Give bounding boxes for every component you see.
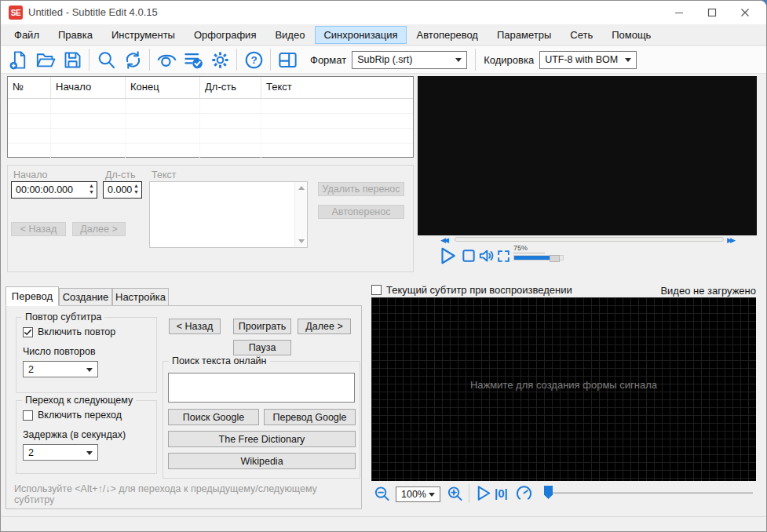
column-end[interactable]: Конец bbox=[126, 77, 200, 98]
delay-combo[interactable]: 2 bbox=[23, 444, 98, 461]
column-start[interactable]: Начало bbox=[51, 77, 126, 98]
layout-icon bbox=[277, 49, 298, 71]
minimize-button[interactable] bbox=[663, 1, 696, 24]
remove-line-break-button[interactable]: Удалить перенос bbox=[318, 182, 404, 196]
volume-slider[interactable] bbox=[513, 255, 564, 261]
waveform-zoom-value: 100% bbox=[401, 489, 426, 500]
wikipedia-button[interactable]: Wikipedia bbox=[168, 453, 356, 469]
video-mute-button[interactable] bbox=[478, 247, 495, 264]
previous-subtitle-button[interactable]: < Назад bbox=[11, 222, 66, 236]
layout-button[interactable] bbox=[274, 48, 301, 71]
subtitle-list[interactable]: № Начало Конец Дл-сть Текст bbox=[7, 76, 414, 158]
toolbar-separator bbox=[89, 49, 89, 71]
spell-check-button[interactable] bbox=[180, 48, 206, 71]
help-icon: ? bbox=[243, 49, 265, 71]
advance-group-title: Переход к следующему bbox=[22, 395, 136, 406]
table-row bbox=[8, 99, 413, 114]
column-text[interactable]: Текст bbox=[261, 77, 413, 98]
menu-bar: Файл Правка Инструменты Орфография Видео… bbox=[1, 24, 766, 46]
playback-speed-button[interactable] bbox=[515, 484, 533, 502]
waveform-zoom-combo[interactable]: 100% bbox=[396, 486, 440, 502]
start-time-spinner[interactable]: 00:00:00.000 ▲▼ bbox=[11, 181, 97, 199]
advance-groupbox: Переход к следующему Включить переход За… bbox=[16, 400, 157, 474]
open-file-button[interactable] bbox=[32, 48, 59, 71]
start-time-label: Начало bbox=[13, 169, 48, 180]
pause-button[interactable]: Пауза bbox=[233, 340, 291, 355]
tab-adjust[interactable]: Настройка bbox=[112, 288, 169, 306]
replace-button[interactable] bbox=[119, 48, 146, 71]
current-subtitle-checkbox[interactable] bbox=[371, 285, 382, 295]
repeat-groupbox: Повтор субтитра Включить повтор Число по… bbox=[16, 317, 157, 393]
video-seek-bar[interactable] bbox=[455, 237, 724, 242]
volume-thumb[interactable] bbox=[550, 255, 560, 262]
menu-autotranslate[interactable]: Автоперевод bbox=[408, 26, 487, 44]
video-display[interactable] bbox=[418, 76, 757, 235]
enable-repeat-checkbox[interactable] bbox=[23, 327, 33, 337]
go-to-zero-button[interactable]: |0| bbox=[495, 486, 508, 500]
menu-network[interactable]: Сеть bbox=[561, 26, 601, 44]
menu-tools[interactable]: Инструменты bbox=[103, 26, 184, 44]
scroll-up-icon[interactable] bbox=[298, 186, 305, 190]
menu-synchronization[interactable]: Синхронизация bbox=[315, 26, 406, 44]
seek-back-icon[interactable]: ◀◀ bbox=[440, 236, 447, 244]
spinner-arrows-icon[interactable]: ▲▼ bbox=[89, 183, 94, 195]
enable-repeat-label: Включить повтор bbox=[38, 326, 115, 337]
column-number[interactable]: № bbox=[8, 77, 51, 98]
spinner-arrows-icon[interactable]: ▲▼ bbox=[133, 183, 139, 195]
menu-video[interactable]: Видео bbox=[266, 26, 313, 44]
check-icon bbox=[24, 328, 32, 337]
menu-edit[interactable]: Правка bbox=[49, 26, 101, 44]
google-search-button[interactable]: Поиск Google bbox=[168, 409, 259, 425]
format-combo[interactable]: SubRip (.srt) bbox=[352, 51, 467, 69]
chevron-down-icon bbox=[86, 368, 93, 372]
waveform-play-button[interactable] bbox=[474, 484, 492, 502]
help-button[interactable]: ? bbox=[240, 48, 267, 71]
toolbar-separator bbox=[270, 49, 271, 71]
menu-help[interactable]: Помощь bbox=[603, 26, 659, 44]
encoding-combo[interactable]: UTF-8 with BOM bbox=[539, 51, 637, 69]
repeat-count-combo[interactable]: 2 bbox=[23, 361, 98, 377]
waveform-zoom-out-button[interactable] bbox=[373, 485, 391, 503]
duration-spinner[interactable]: 0.000 ▲▼ bbox=[103, 181, 142, 199]
resize-grip[interactable] bbox=[762, 527, 763, 528]
seek-forward-icon[interactable]: ▶▶ bbox=[727, 236, 733, 244]
text-label: Текст bbox=[152, 169, 176, 180]
new-file-button[interactable] bbox=[5, 48, 32, 71]
translate-next-button[interactable]: Далее > bbox=[298, 319, 351, 334]
save-button[interactable] bbox=[59, 48, 86, 71]
menu-file[interactable]: Файл bbox=[5, 26, 48, 44]
auto-break-button[interactable]: Автоперенос bbox=[318, 205, 404, 219]
search-icon bbox=[96, 49, 117, 71]
google-translate-button[interactable]: Перевод Google bbox=[264, 409, 356, 425]
waveform-zoom-in-button[interactable] bbox=[446, 485, 464, 503]
tab-translate[interactable]: Перевод bbox=[5, 286, 59, 306]
search-input[interactable] bbox=[168, 373, 355, 403]
textarea-scrollbar[interactable] bbox=[294, 182, 307, 247]
settings-button[interactable] bbox=[206, 48, 233, 71]
video-play-button[interactable] bbox=[437, 246, 458, 266]
delay-value: 2 bbox=[28, 447, 34, 458]
waveform-position-slider[interactable] bbox=[546, 492, 753, 495]
video-fullscreen-button[interactable] bbox=[496, 249, 511, 264]
tab-create[interactable]: Создание bbox=[59, 288, 112, 306]
next-subtitle-button[interactable]: Далее > bbox=[72, 222, 126, 236]
maximize-button[interactable] bbox=[696, 1, 729, 24]
subtitle-text-area[interactable] bbox=[149, 181, 308, 248]
scroll-down-icon[interactable] bbox=[298, 239, 305, 243]
find-button[interactable] bbox=[93, 48, 119, 71]
menu-options[interactable]: Параметры bbox=[488, 26, 560, 44]
slider-thumb[interactable] bbox=[544, 486, 553, 499]
video-stop-button[interactable] bbox=[461, 248, 477, 264]
waveform-panel: Текущий субтитр при воспроизведении Виде… bbox=[367, 280, 760, 516]
repeat-count-value: 2 bbox=[28, 364, 34, 375]
translate-play-button[interactable]: Проиграть bbox=[233, 319, 291, 334]
enable-advance-checkbox[interactable] bbox=[23, 410, 33, 421]
waveform-display[interactable]: Нажмите для создания формы сигнала bbox=[371, 297, 756, 481]
menu-spellcheck[interactable]: Орфография bbox=[185, 26, 265, 44]
translate-back-button[interactable]: < Назад bbox=[169, 319, 221, 334]
column-duration[interactable]: Дл-сть bbox=[200, 77, 261, 98]
table-row bbox=[8, 114, 413, 129]
visual-sync-button[interactable] bbox=[153, 48, 180, 71]
free-dictionary-button[interactable]: The Free Dictionary bbox=[168, 431, 356, 447]
close-button[interactable] bbox=[729, 1, 762, 24]
